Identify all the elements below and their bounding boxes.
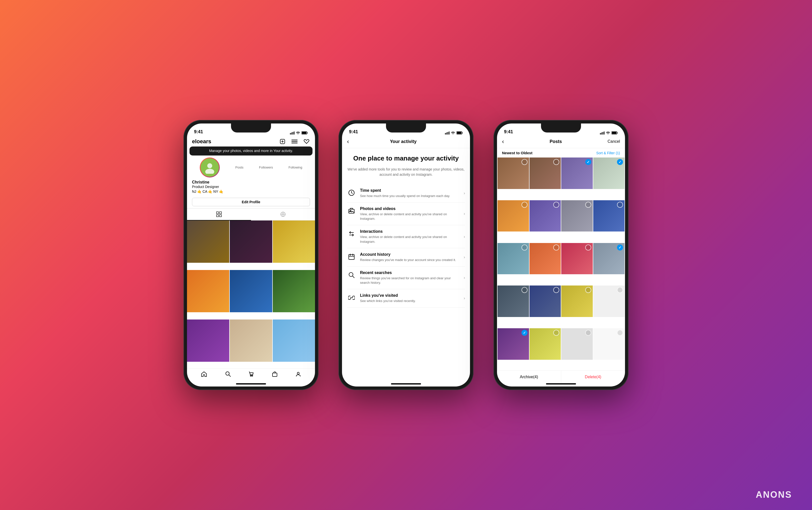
nav-home[interactable] [201, 371, 207, 378]
select-circle-16 [617, 287, 623, 293]
interactions-desc: View, archive or delete content and acti… [360, 235, 460, 244]
svg-rect-16 [216, 215, 219, 217]
posts-cell-12[interactable]: ✓ [593, 243, 625, 275]
nav-profile[interactable] [295, 371, 301, 378]
photo-cell-4[interactable] [187, 270, 229, 312]
tab-grid[interactable] [187, 208, 251, 221]
posts-cell-8[interactable] [593, 200, 625, 232]
posts-cell-10[interactable] [529, 243, 561, 275]
photo-cell-8[interactable] [230, 319, 272, 362]
tab-tagged[interactable] [251, 208, 315, 220]
posts-cell-11[interactable] [561, 243, 593, 275]
nav-search[interactable] [225, 371, 231, 378]
posts-cell-19[interactable] [561, 328, 593, 360]
svg-rect-1 [291, 133, 292, 135]
menu-icon[interactable] [291, 138, 298, 145]
photo-cell-5[interactable] [230, 270, 272, 312]
svg-rect-33 [449, 132, 450, 135]
posts-cell-2[interactable] [529, 158, 561, 189]
add-icon[interactable] [279, 138, 286, 145]
heart-icon[interactable] [303, 138, 310, 145]
activity-title: Your activity [390, 139, 417, 144]
posts-cell-3[interactable]: ✓ [561, 158, 593, 189]
photo-cell-9[interactable] [273, 319, 315, 362]
archive-button[interactable]: Archive(4) [497, 371, 561, 383]
nav-store[interactable] [249, 371, 254, 378]
recent-searches-arrow: › [464, 276, 465, 280]
interactions-arrow: › [464, 234, 465, 239]
stat-following[interactable]: Following [289, 166, 302, 169]
phone-3: 9:41 ‹ Posts Cancel Newest to Oldest Sor [493, 120, 629, 390]
posts-cell-9[interactable] [497, 243, 529, 275]
posts-cell-15[interactable] [561, 285, 593, 317]
time-spent-desc: See how much time you usually spend on I… [360, 194, 460, 198]
photo-grid [187, 221, 315, 368]
stat-followers[interactable]: Followers [259, 166, 273, 169]
posts-cell-6[interactable] [529, 200, 561, 232]
wifi-icon-2 [451, 132, 455, 135]
svg-rect-32 [447, 132, 448, 135]
edit-profile-button[interactable]: Edit Profile [192, 198, 310, 206]
selected-check-17: ✓ [522, 330, 527, 336]
activity-content: One place to manage your activity We've … [342, 148, 470, 383]
notch-3 [541, 123, 581, 133]
sort-filter-button[interactable]: Sort & Filter (1) [596, 151, 620, 155]
svg-rect-2 [292, 132, 293, 135]
svg-rect-17 [220, 215, 222, 217]
posts-cell-13[interactable] [497, 285, 529, 317]
photo-cell-6[interactable] [273, 270, 315, 312]
avatar [201, 158, 219, 177]
stat-posts[interactable]: Posts [235, 166, 243, 169]
phone-1: 9:41 eloears [183, 120, 319, 390]
photo-cell-1[interactable] [187, 221, 229, 263]
profile-name: Christine [192, 180, 310, 185]
photos-icon [347, 206, 356, 216]
posts-cell-5[interactable] [497, 200, 529, 232]
home-indicator-2 [391, 383, 421, 385]
select-circle-7 [585, 202, 591, 208]
posts-cell-18[interactable] [529, 328, 561, 360]
profile-info: Christine Product Designer NJ 🤙 CA 🤙 NY … [187, 179, 315, 196]
status-icons-3 [600, 131, 618, 135]
link-icon [347, 293, 356, 302]
delete-button[interactable]: Delete(4) [561, 371, 625, 383]
back-button-2[interactable]: ‹ [347, 138, 349, 145]
svg-rect-5 [302, 132, 307, 134]
posts-cell-20[interactable] [593, 328, 625, 360]
photo-cell-2[interactable] [230, 221, 272, 263]
account-history-desc: Review changes you've made to your accou… [360, 258, 460, 262]
recent-searches-desc: Review things you've searched for on Ins… [360, 276, 460, 285]
posts-cancel-button[interactable]: Cancel [608, 139, 620, 144]
stat-posts-label: Posts [235, 166, 243, 169]
battery-icon-3 [611, 131, 618, 135]
svg-rect-14 [216, 212, 219, 214]
activity-interactions[interactable]: Interactions View, archive or delete con… [347, 225, 465, 248]
svg-rect-52 [612, 132, 616, 134]
posts-cell-14[interactable] [529, 285, 561, 317]
activity-links-visited[interactable]: Links you've visited See which links you… [347, 289, 465, 308]
posts-cell-1[interactable] [497, 158, 529, 189]
svg-point-19 [282, 214, 284, 215]
links-visited-arrow: › [464, 296, 465, 301]
nav-bag[interactable] [272, 371, 277, 378]
stat-following-label: Following [289, 166, 302, 169]
svg-line-45 [352, 276, 354, 278]
back-button-3[interactable]: ‹ [502, 138, 504, 145]
activity-photos-videos[interactable]: Photos and videos View, archive or delet… [347, 202, 465, 225]
time-spent-title: Time spent [360, 188, 460, 193]
activity-recent-searches[interactable]: Recent searches Review things you've sea… [347, 266, 465, 289]
photo-cell-7[interactable] [187, 319, 229, 362]
posts-page-header: ‹ Posts Cancel [497, 136, 625, 148]
links-visited-title: Links you've visited [360, 293, 460, 298]
posts-cell-4[interactable]: ✓ [593, 158, 625, 189]
notch-2 [386, 123, 426, 133]
activity-account-history[interactable]: Account history Review changes you've ma… [347, 248, 465, 266]
activity-time-spent[interactable]: Time spent See how much time you usually… [347, 184, 465, 202]
home-indicator-3 [546, 383, 576, 385]
posts-cell-16[interactable] [593, 285, 625, 317]
status-icons-1 [290, 131, 308, 135]
posts-cell-7[interactable] [561, 200, 593, 232]
photo-cell-3[interactable] [273, 221, 315, 263]
svg-rect-35 [457, 132, 462, 134]
posts-cell-17[interactable]: ✓ [497, 328, 529, 360]
